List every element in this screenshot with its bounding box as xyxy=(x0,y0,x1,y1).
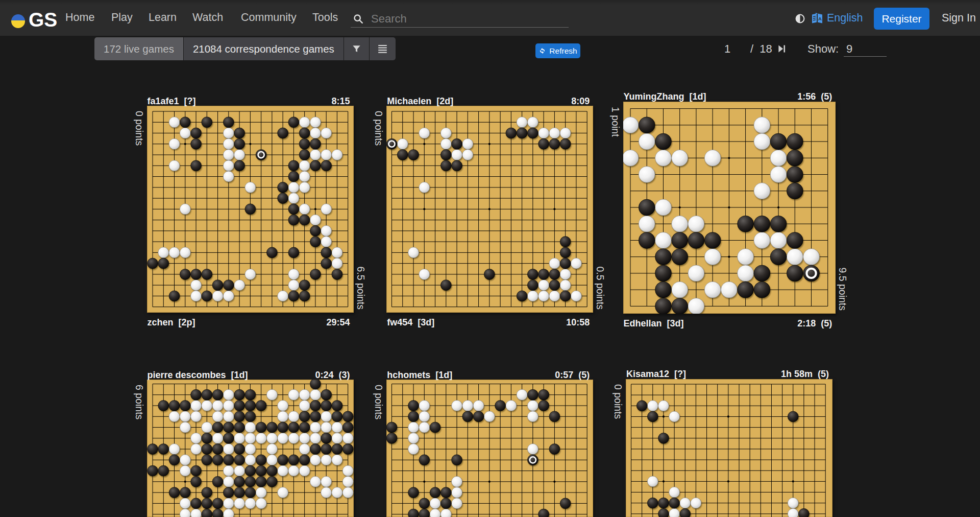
svg-text:A: A xyxy=(818,16,822,21)
